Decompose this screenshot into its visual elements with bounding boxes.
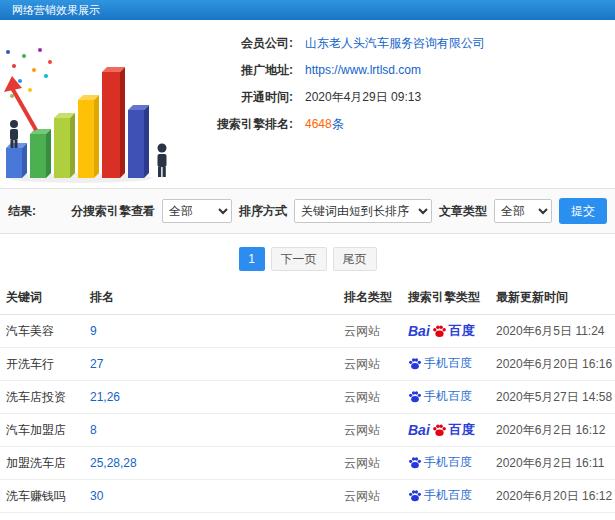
rank-count-label: 搜索引擎排名: — [185, 117, 293, 132]
rank-type-text: 云网站 — [344, 390, 380, 404]
results-table: 关键词 排名 排名类型 搜索引擎类型 最新更新时间 汽车美容 9 云网站 Bai… — [0, 281, 615, 520]
submit-button[interactable]: 提交 — [559, 198, 607, 224]
company-label: 会员公司: — [185, 36, 293, 51]
page-number-current[interactable]: 1 — [239, 247, 265, 271]
table-row: 洗车店投资 21,26 云网站 手机百度 2020年5月27日 14:58 — [0, 381, 615, 414]
url-label: 推广地址: — [185, 63, 293, 78]
sort-filter-label: 排序方式 — [239, 203, 287, 220]
rank-type-text: 云网站 — [344, 423, 380, 437]
mobile-baidu-text: 手机百度 — [424, 487, 472, 504]
baidu-paw-icon — [432, 423, 447, 437]
rank-link[interactable]: 21,26 — [90, 390, 120, 404]
engine-filter-select[interactable]: 全部 — [162, 199, 232, 223]
rank-link[interactable]: 25,28,28 — [90, 456, 137, 470]
table-row: 加盟洗车店 25,28,28 云网站 手机百度 2020年6月2日 16:11 — [0, 447, 615, 480]
mobile-baidu-paw-icon — [408, 390, 422, 403]
table-row: 汽车美容 9 云网站 Bai百度 2020年6月5日 11:24 — [0, 315, 615, 348]
filter-bar: 结果: 分搜索引擎查看 全部 排序方式 关键词由短到长排序 文章类型 全部 提交 — [0, 188, 615, 234]
baidu-logo-bai-text: Bai — [408, 422, 430, 438]
baidu-logo-du-text: 百度 — [449, 322, 475, 340]
keyword-text: 洗车赚钱吗 — [6, 489, 66, 503]
updated-time-text: 2020年6月20日 16:12 — [496, 489, 612, 503]
company-info: 会员公司: 山东老人头汽车服务咨询有限公司 推广地址: https://www.… — [185, 20, 615, 132]
rank-count-value: 4648条 — [305, 117, 344, 132]
keyword-text: 汽车美容 — [6, 324, 54, 338]
updated-time-text: 2020年6月2日 16:11 — [496, 456, 605, 470]
updated-time-text: 2020年6月20日 16:16 — [496, 357, 612, 371]
bar-chart-illustration — [0, 26, 180, 186]
next-page-button[interactable]: 下一页 — [271, 247, 327, 271]
header-bar: 网络营销效果展示 — [0, 0, 615, 20]
mobile-baidu-text: 手机百度 — [424, 454, 472, 471]
baidu-logo: Bai百度 — [408, 421, 475, 439]
keyword-text: 洗车店投资 — [6, 390, 66, 404]
table-row: 洗车赚钱吗 30 云网站 手机百度 2020年6月20日 16:12 — [0, 480, 615, 513]
mobile-baidu-logo: 手机百度 — [408, 355, 472, 372]
info-row-opened: 开通时间: 2020年4月29日 09:13 — [185, 90, 615, 105]
mobile-baidu-logo: 手机百度 — [408, 388, 472, 405]
mobile-baidu-text: 手机百度 — [424, 355, 472, 372]
pagination: 1 下一页 尾页 — [0, 247, 615, 271]
updated-time-text: 2020年5月27日 14:58 — [496, 390, 612, 404]
col-rank-type: 排名类型 — [338, 281, 402, 315]
baidu-logo-bai-text: Bai — [408, 323, 430, 339]
mobile-baidu-logo: 手机百度 — [408, 487, 472, 504]
mobile-baidu-paw-icon — [408, 456, 422, 469]
mobile-baidu-paw-icon — [408, 357, 422, 370]
filter-controls: 分搜索引擎查看 全部 排序方式 关键词由短到长排序 文章类型 全部 提交 — [71, 198, 607, 224]
company-name-link[interactable]: 山东老人头汽车服务咨询有限公司 — [305, 36, 485, 51]
last-page-button[interactable]: 尾页 — [333, 247, 377, 271]
rank-count-number: 4648 — [305, 117, 332, 131]
col-keyword: 关键词 — [0, 281, 84, 315]
table-row: 汽车加盟店 8 云网站 Bai百度 2020年6月2日 16:12 — [0, 414, 615, 447]
baidu-paw-icon — [432, 324, 447, 338]
engine-filter-label: 分搜索引擎查看 — [71, 203, 155, 220]
growth-chart-graphic — [0, 26, 180, 186]
rank-type-text: 云网站 — [344, 357, 380, 371]
updated-time-text: 2020年6月5日 11:24 — [496, 324, 605, 338]
info-row-url: 推广地址: https://www.lrtlsd.com — [185, 63, 615, 78]
rank-link[interactable]: 8 — [90, 423, 97, 437]
rank-type-text: 云网站 — [344, 324, 380, 338]
table-row: 开洗车行 27 云网站 手机百度 2020年6月20日 16:16 — [0, 348, 615, 381]
col-rank: 排名 — [84, 281, 338, 315]
keyword-text: 开洗车行 — [6, 357, 54, 371]
article-type-select[interactable]: 全部 — [494, 199, 552, 223]
keyword-text: 汽车加盟店 — [6, 423, 66, 437]
baidu-logo-du-text: 百度 — [449, 421, 475, 439]
info-row-rank-count: 搜索引擎排名: 4648条 — [185, 117, 615, 132]
promo-url-link[interactable]: https://www.lrtlsd.com — [305, 63, 421, 78]
baidu-logo: Bai百度 — [408, 322, 475, 340]
mobile-baidu-paw-icon — [408, 489, 422, 502]
rank-link[interactable]: 30 — [90, 489, 103, 503]
result-label: 结果: — [8, 203, 36, 220]
table-row: 洗车店利润 30 云网站 手机百度 2020年6月18日 14:27 — [0, 513, 615, 520]
rank-link[interactable]: 27 — [90, 357, 103, 371]
open-time-label: 开通时间: — [185, 90, 293, 105]
rank-type-text: 云网站 — [344, 489, 380, 503]
page-title: 网络营销效果展示 — [12, 4, 100, 16]
mobile-baidu-text: 手机百度 — [424, 388, 472, 405]
article-type-label: 文章类型 — [439, 203, 487, 220]
mobile-baidu-logo: 手机百度 — [408, 454, 472, 471]
open-time-value: 2020年4月29日 09:13 — [305, 90, 421, 105]
table-header-row: 关键词 排名 排名类型 搜索引擎类型 最新更新时间 — [0, 281, 615, 315]
info-row-company: 会员公司: 山东老人头汽车服务咨询有限公司 — [185, 36, 615, 51]
summary-section: 会员公司: 山东老人头汽车服务咨询有限公司 推广地址: https://www.… — [0, 20, 615, 188]
col-updated: 最新更新时间 — [490, 281, 615, 315]
keyword-text: 加盟洗车店 — [6, 456, 66, 470]
rank-link[interactable]: 9 — [90, 324, 97, 338]
rank-count-unit: 条 — [332, 117, 344, 131]
col-engine-type: 搜索引擎类型 — [402, 281, 490, 315]
sort-filter-select[interactable]: 关键词由短到长排序 — [294, 199, 432, 223]
rank-type-text: 云网站 — [344, 456, 380, 470]
updated-time-text: 2020年6月2日 16:12 — [496, 423, 605, 437]
